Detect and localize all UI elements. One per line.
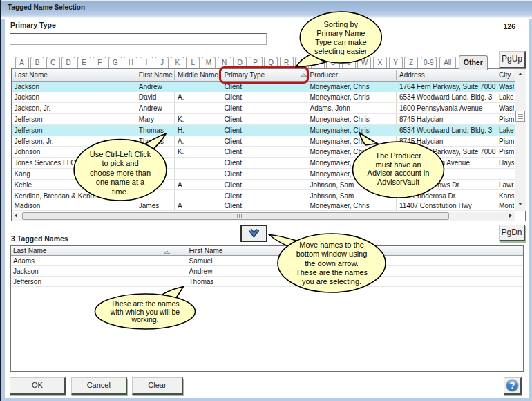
svg-text:selecting easier: selecting easier [314, 47, 368, 55]
svg-text:AdvisorVault: AdvisorVault [377, 178, 419, 186]
svg-text:to pick and: to pick and [102, 159, 138, 167]
svg-text:Advisor account in: Advisor account in [368, 169, 430, 177]
svg-text:Type can make: Type can make [315, 38, 367, 46]
svg-text:These are the names: These are the names [111, 299, 179, 308]
svg-text:Use Ctrl-Left Click: Use Ctrl-Left Click [90, 150, 151, 158]
svg-text:working.: working. [131, 315, 158, 324]
svg-text:These are the names: These are the names [296, 268, 368, 277]
svg-text:you are selecting.: you are selecting. [302, 277, 361, 286]
svg-text:Move names to the: Move names to the [299, 241, 364, 249]
svg-text:must have an: must have an [375, 160, 421, 169]
svg-text:time.: time. [112, 187, 129, 196]
svg-text:the down arrow.: the down arrow. [305, 259, 359, 268]
svg-text:choose more than: choose more than [90, 169, 151, 177]
svg-text:The Producer: The Producer [375, 151, 421, 160]
svg-text:Sorting by: Sorting by [324, 20, 359, 28]
svg-text:with which you will be: with which you will be [110, 308, 180, 316]
svg-text:one name at a: one name at a [96, 178, 145, 186]
svg-text:Primary Name: Primary Name [316, 29, 365, 37]
svg-text:bottom window using: bottom window using [296, 250, 368, 258]
